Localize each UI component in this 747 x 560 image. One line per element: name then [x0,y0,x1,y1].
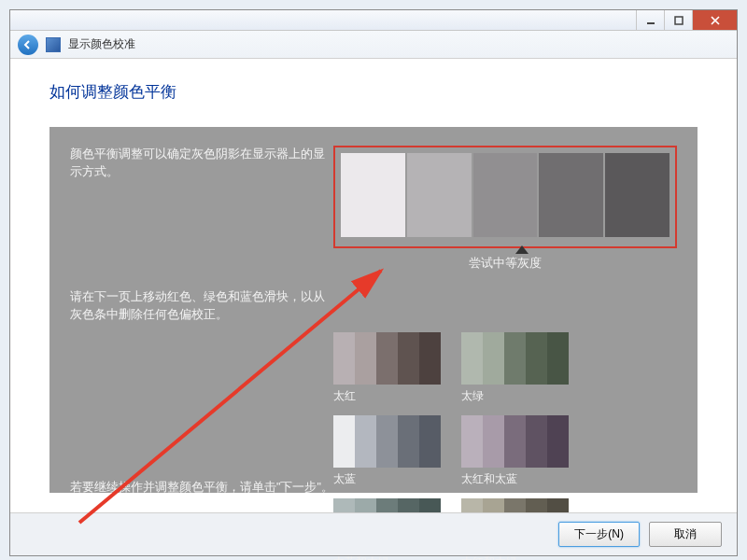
color-swatch [333,415,441,468]
swatch-item: 太绿 [461,332,569,404]
color-swatch [461,415,569,468]
dialog-window: 显示颜色校准 如何调整颜色平衡 颜色平衡调整可以确定灰色阴影在显示器上的显示方式… [9,9,738,556]
nav-title: 显示颜色校准 [68,36,135,52]
svg-rect-0 [647,22,655,24]
close-button[interactable] [692,10,737,30]
intro-text-1: 颜色平衡调整可以确定灰色阴影在显示器上的显示方式。 [70,146,333,272]
app-icon [46,37,61,52]
back-button[interactable] [18,35,38,55]
svg-rect-1 [675,17,683,24]
color-swatch [461,332,569,385]
swatch-item: 太红 [333,332,441,404]
navbar: 显示颜色校准 [10,31,737,59]
swatch-label: 太绿 [461,388,569,404]
content-area: 如何调整颜色平衡 颜色平衡调整可以确定灰色阴影在显示器上的显示方式。 尝试中等灰… [10,59,737,512]
intro-text-3: 若要继续操作并调整颜色平衡，请单击"下一步"。 [70,479,333,497]
instruction-panel: 颜色平衡调整可以确定灰色阴影在显示器上的显示方式。 尝试中等灰度 请在下一页上移… [49,127,698,493]
cancel-button[interactable]: 取消 [649,522,722,547]
minimize-button[interactable] [636,10,664,30]
swatch-item: 太蓝 [333,415,441,487]
pointer-icon [515,245,529,254]
page-heading: 如何调整颜色平衡 [49,81,698,103]
color-swatch [333,332,441,385]
maximize-button[interactable] [664,10,692,30]
next-button[interactable]: 下一步(N) [558,522,640,547]
main-swatch-highlight [333,146,677,248]
swatch-item: 太红和太蓝 [461,415,569,487]
footer: 下一步(N) 取消 [10,512,737,555]
swatch-label: 太红 [333,388,441,404]
swatch-label: 太蓝 [333,471,441,487]
main-swatch-label: 尝试中等灰度 [333,256,677,272]
swatch-label: 太红和太蓝 [461,471,569,487]
titlebar [10,10,737,31]
intro-text-2: 请在下一页上移动红色、绿色和蓝色滑块，以从灰色条中删除任何色偏校正。 [70,288,333,325]
neutral-gray-swatch [341,153,669,237]
